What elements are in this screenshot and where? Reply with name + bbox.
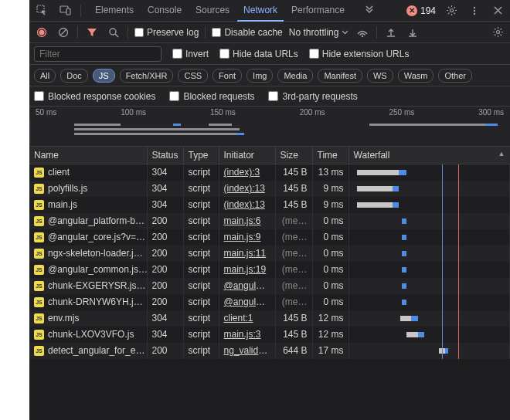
js-file-icon: JS	[34, 330, 44, 340]
initiator-link[interactable]: (index):13	[224, 199, 265, 210]
table-row[interactable]: JS@angular_common.js…200scriptmain.js:19…	[29, 262, 510, 278]
request-time: 0 ms	[312, 294, 348, 310]
type-filter-css[interactable]: CSS	[178, 69, 208, 83]
table-row[interactable]: JSngx-skeleton-loader.j…200scriptmain.js…	[29, 246, 510, 262]
table-row[interactable]: JSmain.js304script(index):13145 B9 ms	[29, 197, 510, 213]
table-row[interactable]: JSchunk-LXOV3VFO.js304scriptmain.js:3145…	[29, 327, 510, 343]
table-row[interactable]: JSenv.mjs304scriptclient:1145 B12 ms	[29, 310, 510, 327]
table-row[interactable]: JSchunk-EXGERYSR.js…200script@angular_…(…	[29, 278, 510, 294]
preserve-log-checkbox[interactable]: Preserve log	[134, 27, 199, 38]
type-filter-manifest[interactable]: Manifest	[318, 69, 362, 83]
svg-point-8	[39, 29, 45, 35]
request-name: polyfills.js	[48, 183, 87, 194]
type-filter-other[interactable]: Other	[438, 69, 472, 83]
type-filter-img[interactable]: Img	[246, 69, 273, 83]
timeline-tick: 300 ms	[478, 108, 504, 117]
initiator-link[interactable]: ng_validat…	[224, 345, 276, 356]
download-har-icon[interactable]	[405, 25, 420, 40]
request-table-body: JSclient304script(index):3145 B13 msJSpo…	[29, 164, 510, 359]
network-conditions-icon[interactable]	[355, 25, 370, 40]
type-filter-doc[interactable]: Doc	[60, 69, 88, 83]
timeline-overview[interactable]: 50 ms100 ms150 ms200 ms250 ms300 ms	[29, 107, 510, 147]
col-header-time[interactable]: Time	[312, 147, 348, 164]
svg-line-12	[115, 34, 118, 37]
initiator-link[interactable]: main.js:9	[224, 232, 261, 242]
js-file-icon: JS	[34, 265, 44, 275]
request-status: 200	[147, 229, 183, 246]
record-button[interactable]	[34, 25, 49, 40]
search-icon[interactable]	[106, 25, 121, 40]
request-time: 13 ms	[312, 164, 348, 181]
request-status: 200	[147, 278, 183, 294]
request-size: (me…	[275, 262, 312, 278]
close-icon[interactable]	[490, 3, 505, 19]
kebab-menu-icon[interactable]	[467, 3, 482, 19]
blocked-response-cookies-checkbox[interactable]: Blocked response cookies	[34, 91, 155, 102]
request-name: @angular_platform-b…	[48, 215, 144, 226]
type-filter-all[interactable]: All	[34, 69, 56, 83]
separator	[205, 26, 206, 39]
initiator-link[interactable]: main.js:3	[224, 329, 261, 340]
hide-data-urls-checkbox[interactable]: Hide data URLs	[219, 49, 298, 59]
table-row[interactable]: JSdetect_angular_for_e…200scriptng_valid…	[29, 343, 510, 359]
col-header-initiator[interactable]: Initiator	[219, 147, 275, 164]
tab-network[interactable]: Network	[237, 0, 284, 22]
tab-console[interactable]: Console	[141, 0, 188, 21]
filter-input[interactable]	[34, 46, 162, 62]
table-row[interactable]: JSchunk-DRNYW6YH.j…200script@angular_…(m…	[29, 294, 510, 310]
col-header-name[interactable]: Name	[29, 147, 147, 164]
table-row[interactable]: JS@angular_core.js?v=…200scriptmain.js:9…	[29, 229, 510, 246]
table-row[interactable]: JSpolyfills.js304script(index):13145 B9 …	[29, 181, 510, 197]
table-row[interactable]: JS@angular_platform-b…200scriptmain.js:6…	[29, 213, 510, 229]
separator	[77, 26, 78, 39]
tab-elements[interactable]: Elements	[89, 0, 140, 21]
initiator-link[interactable]: main.js:6	[224, 215, 261, 226]
devtools-panel: ElementsConsoleSourcesNetworkPerformance…	[29, 0, 510, 420]
invert-checkbox[interactable]: Invert	[172, 49, 209, 59]
col-header-status[interactable]: Status	[147, 147, 183, 164]
svg-point-5	[474, 9, 475, 11]
inspect-element-icon[interactable]	[34, 3, 49, 19]
error-count-badge[interactable]: ✕ 194	[406, 5, 436, 16]
device-toolbar-icon[interactable]	[57, 3, 73, 19]
disable-cache-checkbox[interactable]: Disable cache	[212, 27, 282, 38]
initiator-link[interactable]: (index):13	[224, 183, 265, 194]
network-settings-icon[interactable]	[490, 25, 505, 40]
third-party-checkbox[interactable]: 3rd-party requests	[268, 91, 357, 102]
type-filter-ws[interactable]: WS	[367, 69, 393, 83]
initiator-link[interactable]: main.js:19	[224, 264, 267, 275]
initiator-link[interactable]: main.js:11	[224, 248, 267, 259]
request-status: 200	[147, 294, 183, 310]
waterfall-cell	[348, 343, 510, 359]
settings-icon[interactable]	[444, 3, 459, 19]
request-size: (me…	[275, 246, 312, 262]
type-filter-font[interactable]: Font	[212, 69, 242, 83]
tab-sources[interactable]: Sources	[189, 0, 236, 21]
clear-button[interactable]	[56, 25, 71, 40]
request-name: ngx-skeleton-loader.j…	[48, 248, 143, 259]
upload-har-icon[interactable]	[383, 25, 399, 40]
js-file-icon: JS	[34, 346, 44, 356]
filter-icon[interactable]	[84, 25, 100, 40]
initiator-link[interactable]: @angular_…	[224, 296, 276, 307]
blocked-requests-checkbox[interactable]: Blocked requests	[169, 91, 254, 102]
type-filter-wasm[interactable]: Wasm	[398, 69, 434, 83]
col-header-waterfall[interactable]: Waterfall▲	[348, 147, 510, 164]
timeline-tick: 100 ms	[121, 108, 146, 117]
col-header-size[interactable]: Size	[275, 147, 312, 164]
request-size: 145 B	[275, 310, 312, 327]
type-filter-fetch-xhr[interactable]: Fetch/XHR	[120, 69, 174, 83]
request-status: 304	[147, 327, 183, 343]
hide-ext-urls-checkbox[interactable]: Hide extension URLs	[309, 49, 410, 59]
type-filter-media[interactable]: Media	[277, 69, 313, 83]
initiator-link[interactable]: client:1	[224, 313, 253, 323]
initiator-link[interactable]: @angular_…	[224, 280, 276, 291]
col-header-type[interactable]: Type	[183, 147, 219, 164]
tab-performance[interactable]: Performance	[285, 0, 351, 21]
table-row[interactable]: JSclient304script(index):3145 B13 ms	[29, 164, 510, 181]
initiator-link[interactable]: (index):3	[224, 167, 260, 178]
throttling-select[interactable]: No throttling	[289, 27, 349, 38]
js-file-icon: JS	[34, 232, 44, 242]
type-filter-js[interactable]: JS	[93, 69, 115, 83]
more-tabs-icon[interactable]	[362, 3, 377, 19]
